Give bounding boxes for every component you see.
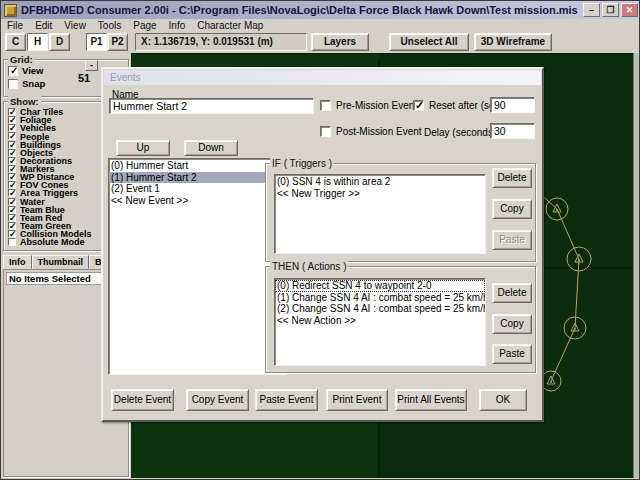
event-list-item[interactable]: (1) Hummer Start 2 xyxy=(109,172,286,184)
actions-group-label: THEN ( Actions ) xyxy=(270,261,348,272)
print-event-button[interactable]: Print Event xyxy=(326,389,388,411)
restore-icon[interactable]: ❐ xyxy=(602,3,619,17)
action-delete-button[interactable]: Delete xyxy=(492,283,532,303)
pre-mission-label: Pre-Mission Event xyxy=(336,100,417,111)
checkbox-icon xyxy=(413,100,424,111)
actions-group: THEN ( Actions ) (0) Redirect SSN 4 to w… xyxy=(265,266,536,373)
menu-item-character-map[interactable]: Character Map xyxy=(191,20,269,31)
print-all-events-button[interactable]: Print All Events xyxy=(395,389,467,411)
events-dialog: Events Name Pre-Mission Event Post-Missi… xyxy=(101,67,544,422)
checkbox-icon xyxy=(8,66,18,76)
trigger-list-item[interactable]: << New Trigger >> xyxy=(275,188,485,200)
post-mission-label: Post-Mission Event xyxy=(336,126,422,137)
page-p2-button[interactable]: P2 xyxy=(107,33,128,51)
tab-info[interactable]: Info xyxy=(3,255,32,269)
grid-group-label: Grid: xyxy=(8,54,35,65)
delay-label: Delay (seconds) xyxy=(424,127,496,138)
window-controls: – ❐ ✕ xyxy=(583,3,638,17)
copy-event-button[interactable]: Copy Event xyxy=(186,389,249,411)
action-list-item[interactable]: (2) Change SSN 4 AI : combat speed = 25 … xyxy=(275,303,485,315)
event-list-item[interactable]: << New Event >> xyxy=(109,195,286,207)
paste-event-button[interactable]: Paste Event xyxy=(255,389,318,411)
pre-mission-checkbox[interactable]: Pre-Mission Event xyxy=(320,100,417,111)
down-button[interactable]: Down xyxy=(184,140,238,156)
layers-button[interactable]: Layers xyxy=(311,33,369,51)
grid-view-label: View xyxy=(22,65,43,76)
action-list-item[interactable]: (1) Change SSN 4 AI : combat speed = 25 … xyxy=(275,292,485,304)
titlebar: DFBHDMED Consumer 2.00i - C:\Program Fil… xyxy=(1,1,640,19)
trigger-list[interactable]: (0) SSN 4 is within area 2 << New Trigge… xyxy=(274,174,486,254)
menu-item-edit[interactable]: Edit xyxy=(29,20,58,31)
trigger-copy-button[interactable]: Copy xyxy=(492,199,532,219)
tab-thumbnail[interactable]: Thumbnail xyxy=(32,255,90,269)
unselect-all-button[interactable]: Unselect All xyxy=(389,33,469,51)
menu-item-info[interactable]: Info xyxy=(163,20,192,31)
reset-seconds-input[interactable] xyxy=(490,97,535,113)
trigger-list-item[interactable]: (0) SSN 4 is within area 2 xyxy=(275,176,485,188)
ok-button[interactable]: OK xyxy=(479,389,527,411)
checkbox-icon xyxy=(320,126,331,137)
page-p1-button[interactable]: P1 xyxy=(86,33,107,51)
show-option-label: Absolute Mode xyxy=(20,237,85,247)
minimize-icon[interactable]: – xyxy=(583,3,600,17)
delete-event-button[interactable]: Delete Event xyxy=(111,389,174,411)
delay-seconds-input[interactable] xyxy=(490,123,535,139)
show-group-label: Show: xyxy=(8,96,41,107)
mode-h-button[interactable]: H xyxy=(27,33,48,51)
menu-item-file[interactable]: File xyxy=(1,20,29,31)
mode-d-button[interactable]: D xyxy=(49,33,70,51)
trigger-paste-button[interactable]: Paste xyxy=(492,230,532,250)
event-list-item[interactable]: (2) Event 1 xyxy=(109,183,286,195)
post-mission-checkbox[interactable]: Post-Mission Event xyxy=(320,126,422,137)
app-window: DFBHDMED Consumer 2.00i - C:\Program Fil… xyxy=(0,0,640,480)
checkbox-icon xyxy=(8,238,16,246)
app-icon xyxy=(4,4,17,17)
action-list[interactable]: (0) Redirect SSN 4 to waypoint 2-0 (1) C… xyxy=(274,278,486,366)
menubar: File Edit View Tools Page Info Character… xyxy=(1,19,640,32)
grid-snap-label: Snap xyxy=(22,78,45,89)
grid-size-stepper[interactable]: - xyxy=(85,60,98,71)
menu-item-page[interactable]: Page xyxy=(127,20,162,31)
grid-size-value: 51 xyxy=(78,72,90,84)
checkbox-icon xyxy=(320,100,331,111)
action-copy-button[interactable]: Copy xyxy=(492,314,532,334)
checkbox-icon xyxy=(8,79,18,89)
3d-wireframe-button[interactable]: 3D Wireframe xyxy=(474,33,552,51)
toolbar: C H D P1 P2 X: 1.136719, Y: 0.019531 (m)… xyxy=(1,32,640,53)
event-list[interactable]: (0) Hummer Start (1) Hummer Start 2 (2) … xyxy=(108,158,287,375)
sidebar-tabs: Info Thumbnail Blc xyxy=(3,255,115,269)
dialog-titlebar[interactable]: Events xyxy=(104,70,541,85)
action-list-item[interactable]: (0) Redirect SSN 4 to waypoint 2-0 xyxy=(275,280,485,292)
action-paste-button[interactable]: Paste xyxy=(492,344,532,364)
triggers-group-label: IF ( Triggers ) xyxy=(270,158,334,169)
cursor-coordinates: X: 1.136719, Y: 0.019531 (m) xyxy=(135,33,307,51)
event-list-item[interactable]: (0) Hummer Start xyxy=(109,160,286,172)
checkbox-icon xyxy=(8,230,16,238)
up-button[interactable]: Up xyxy=(116,140,170,156)
menu-item-tools[interactable]: Tools xyxy=(92,20,127,31)
action-list-item[interactable]: << New Action >> xyxy=(275,315,485,327)
mode-c-button[interactable]: C xyxy=(5,33,26,51)
menu-item-view[interactable]: View xyxy=(58,20,92,31)
close-icon[interactable]: ✕ xyxy=(621,3,638,17)
triggers-group: IF ( Triggers ) (0) SSN 4 is within area… xyxy=(265,163,536,262)
trigger-delete-button[interactable]: Delete xyxy=(492,168,532,188)
selection-status: No Items Selected xyxy=(6,272,102,285)
map-right-border xyxy=(633,53,640,480)
window-title: DFBHDMED Consumer 2.00i - C:\Program Fil… xyxy=(21,4,579,16)
event-name-input[interactable] xyxy=(109,98,314,114)
